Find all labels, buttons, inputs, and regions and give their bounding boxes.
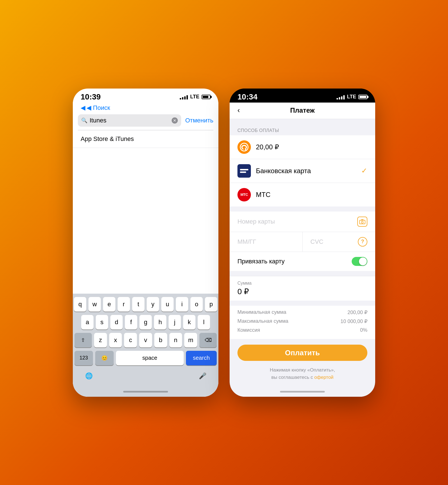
key-j[interactable]: j: [169, 315, 181, 329]
right-phone-content: ‹ Платеж СПОСОБ ОПЛАТЫ 20,00 ₽: [230, 103, 375, 397]
key-s[interactable]: s: [96, 315, 108, 329]
keyboard-row-4: 123 😊 space search: [74, 351, 217, 365]
nav-bar: ◀ ◀ Поиск: [73, 103, 218, 114]
right-home-indicator: [280, 391, 325, 393]
card-option[interactable]: Банковская карта ✓: [230, 159, 375, 183]
key-o[interactable]: o: [190, 297, 203, 312]
key-g[interactable]: g: [139, 315, 152, 329]
search-input-wrap[interactable]: 🔍 Itunes ✕: [78, 114, 181, 127]
right-phone: 10:34 LTE ‹ Платеж СПОСОБ ОП: [230, 89, 375, 397]
keyboard-row-3: ⇧ z x c v b n m ⌫: [74, 333, 217, 347]
commission-row: Комиссия 0%: [237, 326, 367, 335]
selected-checkmark: ✓: [361, 166, 367, 175]
key-i[interactable]: i: [176, 297, 188, 312]
qiwi-option[interactable]: 20,00 ₽: [230, 135, 375, 159]
pay-button[interactable]: Оплатить: [237, 345, 367, 361]
key-y[interactable]: y: [147, 297, 159, 312]
mts-icon: МТС: [237, 188, 251, 201]
payment-title: Платеж: [290, 106, 315, 114]
shift-key[interactable]: ⇧: [74, 333, 92, 347]
left-phone: 10:39 LTE ◀ ◀ Поиск: [73, 89, 218, 397]
emoji-key[interactable]: 😊: [95, 351, 114, 365]
cvc-help-icon[interactable]: ?: [358, 237, 367, 247]
key-m[interactable]: m: [184, 333, 197, 347]
signal-icon: [180, 94, 188, 99]
key-a[interactable]: a: [81, 315, 94, 329]
payment-options: 20,00 ₽ Банковская карта ✓: [230, 135, 375, 206]
key-l[interactable]: l: [198, 315, 210, 329]
section-gap-limits: [230, 301, 375, 306]
cancel-button[interactable]: Отменить: [185, 117, 213, 124]
qiwi-label: 20,00 ₽: [256, 143, 367, 151]
lte-label: LTE: [190, 94, 199, 100]
key-q[interactable]: q: [74, 297, 86, 312]
bind-card-toggle[interactable]: [352, 257, 367, 266]
card-form: Номер карты ММ/ГГ CVC: [230, 212, 375, 271]
key-p[interactable]: p: [205, 297, 217, 312]
left-status-bar: 10:39 LTE: [73, 89, 218, 103]
offer-link[interactable]: офертой: [314, 375, 334, 380]
left-phone-content: ◀ ◀ Поиск 🔍 Itunes ✕ Отменить App Store …: [73, 103, 218, 397]
key-u[interactable]: u: [161, 297, 174, 312]
min-sum-row: Минимальная сумма 200,00 ₽: [237, 308, 367, 317]
key-c[interactable]: c: [124, 333, 137, 347]
camera-icon[interactable]: [357, 217, 367, 227]
mmyy-field[interactable]: ММ/ГГ: [230, 232, 303, 252]
right-lte-label: LTE: [347, 94, 356, 100]
search-input-value[interactable]: Itunes: [90, 117, 169, 124]
max-sum-row: Максимальная сумма 10 000,00 ₽: [237, 317, 367, 326]
key-x[interactable]: x: [109, 333, 122, 347]
back-search-label[interactable]: ◀ ◀ Поиск: [81, 104, 211, 112]
payment-body: СПОСОБ ОПЛАТЫ 20,00 ₽: [230, 119, 375, 387]
key-v[interactable]: v: [139, 333, 152, 347]
right-battery-icon: [358, 95, 367, 99]
section-gap-amount: [230, 271, 375, 276]
mts-label: МТС: [256, 191, 367, 199]
mmyy-placeholder: ММ/ГГ: [237, 238, 295, 245]
card-label: Банковская карта: [256, 167, 356, 175]
keyboard-row-2: a s d f g h j k l: [74, 315, 217, 329]
key-d[interactable]: d: [110, 315, 123, 329]
search-icon: 🔍: [81, 117, 87, 124]
card-number-field[interactable]: Номер карты: [230, 212, 375, 232]
key-b[interactable]: b: [154, 333, 167, 347]
key-n[interactable]: n: [169, 333, 182, 347]
key-t[interactable]: t: [132, 297, 144, 312]
right-status-bar: 10:34 LTE: [230, 89, 375, 103]
keyboard-row-1: q w e r t y u i o p: [74, 297, 217, 312]
globe-key[interactable]: 🌐: [80, 369, 98, 383]
space-key[interactable]: space: [116, 351, 184, 365]
key-r[interactable]: r: [118, 297, 130, 312]
left-status-icons: LTE: [180, 94, 211, 100]
left-status-time: 10:39: [81, 92, 101, 101]
cvc-field[interactable]: CVC ?: [303, 232, 375, 252]
right-home-bar-container: [230, 387, 375, 397]
key-f[interactable]: f: [125, 315, 137, 329]
bind-card-label: Привязать карту: [237, 258, 352, 265]
payment-back-button[interactable]: ‹: [237, 106, 240, 115]
amount-label: Сумма: [237, 281, 367, 286]
back-label: ◀ Поиск: [87, 104, 110, 112]
key-w[interactable]: w: [88, 297, 101, 312]
section-gap-middle: [230, 206, 375, 212]
key-h[interactable]: h: [154, 315, 166, 329]
key-e[interactable]: e: [103, 297, 115, 312]
clear-button[interactable]: ✕: [172, 117, 178, 124]
backspace-key[interactable]: ⌫: [199, 333, 217, 347]
num-key[interactable]: 123: [74, 351, 93, 365]
svg-point-2: [361, 221, 363, 223]
search-result-item[interactable]: App Store & iTunes: [73, 130, 218, 148]
pay-disclaimer: Нажимая кнопку «Оплатить»,вы соглашаетес…: [230, 366, 375, 386]
keyboard: q w e r t y u i o p a s d f g h j k: [73, 294, 218, 397]
section-gap-top: [230, 119, 375, 124]
min-sum-value: 200,00 ₽: [347, 309, 367, 315]
amount-value[interactable]: 0 ₽: [237, 287, 367, 296]
card-number-placeholder: Номер карты: [237, 218, 357, 225]
key-z[interactable]: z: [94, 333, 107, 347]
search-key[interactable]: search: [186, 351, 217, 365]
key-k[interactable]: k: [183, 315, 195, 329]
search-bar-row: 🔍 Itunes ✕ Отменить: [73, 114, 218, 130]
mic-key[interactable]: 🎤: [193, 369, 212, 383]
mts-option[interactable]: МТС МТС: [230, 183, 375, 206]
battery-icon: [202, 95, 211, 99]
